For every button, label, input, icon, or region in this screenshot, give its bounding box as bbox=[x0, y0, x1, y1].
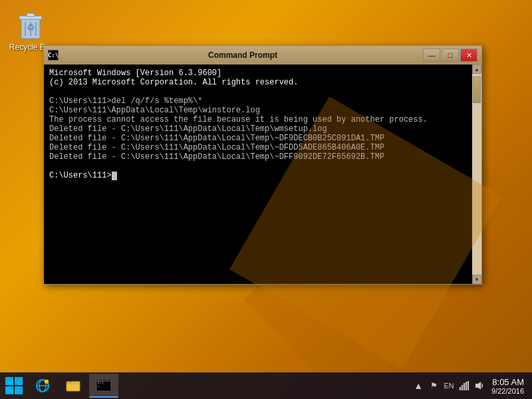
svg-rect-7 bbox=[5, 377, 13, 385]
svg-rect-21 bbox=[460, 387, 461, 390]
cmd-window-controls: — □ ✕ bbox=[423, 49, 477, 62]
cmd-close-button[interactable]: ✕ bbox=[460, 49, 477, 62]
recycle-bin-svg: ♻ bbox=[15, 8, 47, 40]
svg-text:>_: >_ bbox=[98, 384, 101, 388]
taskbar-items: e C:\ >_ bbox=[28, 374, 412, 398]
svg-rect-2 bbox=[27, 13, 35, 17]
svg-text:♻: ♻ bbox=[26, 22, 35, 33]
taskbar-item-file-explorer[interactable] bbox=[59, 374, 88, 398]
clock-time: 8:05 AM bbox=[491, 377, 524, 387]
scrollbar-thumb[interactable] bbox=[473, 76, 481, 103]
cmd-titlebar: C:\ Command Prompt — □ ✕ bbox=[44, 46, 481, 65]
file-explorer-icon bbox=[65, 378, 81, 394]
start-button[interactable] bbox=[1, 373, 27, 398]
cmd-window-icon: C:\ bbox=[48, 50, 59, 61]
scrollbar-up-button[interactable]: ▲ bbox=[472, 65, 481, 74]
system-clock[interactable]: 8:05 AM 9/22/2016 bbox=[489, 377, 527, 395]
tray-keyboard-icon: EN bbox=[442, 379, 456, 392]
svg-marker-26 bbox=[475, 382, 481, 390]
system-tray: ▲ ⚑ EN 8:05 AM 9/22/2016 bbox=[412, 377, 531, 395]
svg-rect-22 bbox=[462, 385, 463, 390]
taskbar-item-command-prompt[interactable]: C:\ >_ bbox=[89, 374, 118, 398]
svg-rect-25 bbox=[467, 381, 469, 390]
scrollbar-track[interactable] bbox=[472, 74, 481, 275]
tray-flag-icon[interactable]: ⚑ bbox=[427, 379, 440, 392]
tray-network-icon[interactable] bbox=[458, 379, 471, 392]
cmd-title: Command Prompt bbox=[63, 51, 423, 60]
cmd-minimize-button[interactable]: — bbox=[423, 49, 440, 62]
cmd-content[interactable]: Microsoft Windows [Version 6.3.9600] (c)… bbox=[44, 65, 472, 284]
svg-rect-9 bbox=[5, 386, 13, 394]
cmd-window: C:\ Command Prompt — □ ✕ Microsoft Windo… bbox=[43, 45, 482, 285]
svg-rect-8 bbox=[15, 377, 23, 385]
start-icon bbox=[5, 377, 23, 394]
clock-date: 9/22/2016 bbox=[491, 387, 524, 395]
cmd-scrollbar[interactable]: ▲ ▼ bbox=[472, 65, 481, 284]
tray-show-hidden-button[interactable]: ▲ bbox=[412, 379, 425, 392]
scrollbar-down-button[interactable]: ▼ bbox=[472, 275, 481, 284]
svg-rect-10 bbox=[15, 386, 23, 394]
svg-rect-23 bbox=[464, 383, 465, 390]
taskbar-item-internet-explorer[interactable]: e bbox=[28, 374, 57, 398]
svg-rect-24 bbox=[466, 382, 467, 390]
ie-icon: e bbox=[35, 378, 51, 394]
cmd-maximize-button[interactable]: □ bbox=[442, 49, 459, 62]
desktop: ♻ Recycle Bin C:\ Command Prompt — □ ✕ M… bbox=[0, 0, 532, 399]
cmd-body: Microsoft Windows [Version 6.3.9600] (c)… bbox=[44, 65, 481, 284]
cmd-icon: C:\ >_ bbox=[96, 377, 112, 393]
tray-icons: ▲ ⚑ EN bbox=[412, 379, 486, 392]
tray-volume-icon[interactable] bbox=[473, 379, 486, 392]
taskbar: e C:\ >_ bbox=[0, 372, 532, 399]
svg-text:e: e bbox=[46, 380, 48, 384]
